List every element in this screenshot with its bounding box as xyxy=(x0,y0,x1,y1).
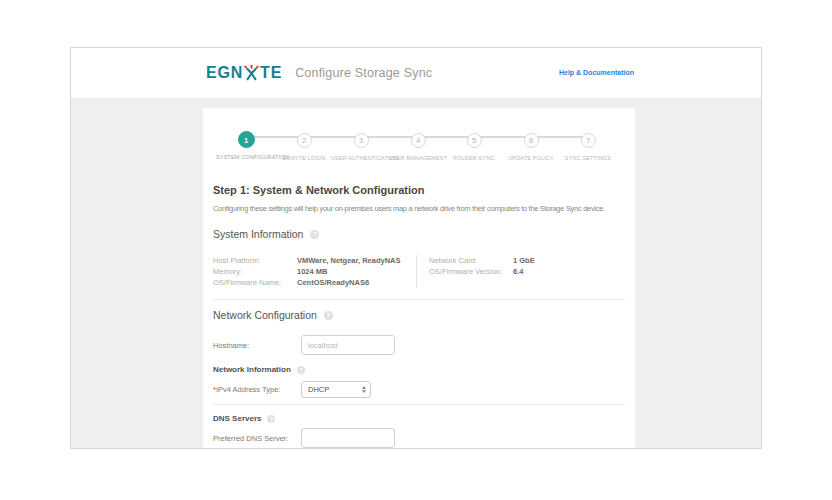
info-value: 6.4 xyxy=(513,266,523,277)
step-7-circle[interactable]: 7 xyxy=(581,133,596,148)
info-value: CentOS/ReadyNAS6 xyxy=(297,277,369,288)
system-information-grid: Host Platform: VMWare, Netgear, ReadyNAS… xyxy=(213,255,625,288)
ipv4-address-type-row: *IPv4 Address Type: DHCP xyxy=(213,381,371,398)
step-heading: Step 1: System & Network Configuration xyxy=(213,184,424,196)
preferred-dns-label: Preferred DNS Server: xyxy=(213,434,301,443)
info-row-network-card: Network Card: 1 GbE xyxy=(429,255,625,266)
info-row-memory: Memory: 1024 MB xyxy=(213,266,416,277)
hostname-row: Hostname: xyxy=(213,335,395,355)
wizard-stepper: 1 SYSTEM CONFIGURATION 2 EGNYTE LOGIN 3 … xyxy=(203,129,635,171)
step-description: Configuring these settings will help you… xyxy=(213,204,605,213)
step-7-label: SYNC SETTINGS xyxy=(558,155,618,161)
network-information-heading: Network Information xyxy=(213,365,305,374)
step-2-egnyte-login: 2 EGNYTE LOGIN xyxy=(274,129,334,161)
egnyte-logo-text-left: EGN xyxy=(206,64,243,82)
step-5-folder-sync: 5 FOLDER SYNC xyxy=(444,129,504,161)
system-information-heading: System Information xyxy=(213,228,319,240)
step-6-update-policy: 6 UPDATE POLICY xyxy=(501,129,561,161)
info-value: VMWare, Netgear, ReadyNAS xyxy=(297,255,401,266)
info-label: Network Card: xyxy=(429,255,513,266)
select-stepper-icon xyxy=(362,386,366,394)
system-info-left-column: Host Platform: VMWare, Netgear, ReadyNAS… xyxy=(213,255,416,288)
step-6-label: UPDATE POLICY xyxy=(501,155,561,161)
info-label: OS/Firmware Version: xyxy=(429,266,513,277)
card-header: EGN TE Configure Storage Sync Help & Doc… xyxy=(71,48,761,98)
ipv4-selected-value: DHCP xyxy=(308,385,329,394)
content-panel: 1 SYSTEM CONFIGURATION 2 EGNYTE LOGIN 3 … xyxy=(203,108,635,448)
step-5-circle[interactable]: 5 xyxy=(467,133,482,148)
info-label: Host Platform: xyxy=(213,255,297,266)
info-value: 1024 MB xyxy=(297,266,327,277)
network-configuration-heading: Network Configuration xyxy=(213,309,333,321)
step-3-user-authentication: 3 USER AUTHENTICATION xyxy=(331,129,391,161)
step-2-label: EGNYTE LOGIN xyxy=(274,155,334,161)
network-information-help-icon[interactable] xyxy=(297,366,305,374)
info-label: Memory: xyxy=(213,266,297,277)
egnyte-logo-text-right: TE xyxy=(260,64,282,82)
step-7-sync-settings: 7 SYNC SETTINGS xyxy=(558,129,618,161)
step-3-label: USER AUTHENTICATION xyxy=(331,155,391,161)
help-documentation-link[interactable]: Help & Documentation xyxy=(559,69,634,76)
step-1-circle[interactable]: 1 xyxy=(238,131,255,148)
network-configuration-heading-text: Network Configuration xyxy=(213,309,317,321)
info-value: 1 GbE xyxy=(513,255,535,266)
hostname-input[interactable] xyxy=(301,335,395,355)
info-label: OS/Firmware Name: xyxy=(213,277,297,288)
info-row-os-firmware-name: OS/Firmware Name: CentOS/ReadyNAS6 xyxy=(213,277,416,288)
header-brand: EGN TE Configure Storage Sync xyxy=(206,48,432,98)
system-info-right-column: Network Card: 1 GbE OS/Firmware Version:… xyxy=(416,255,625,288)
ipv4-address-type-label: *IPv4 Address Type: xyxy=(213,385,301,394)
system-information-help-icon[interactable] xyxy=(310,230,319,239)
network-information-heading-text: Network Information xyxy=(213,365,291,374)
info-row-os-firmware-version: OS/Firmware Version: 6.4 xyxy=(429,266,625,277)
system-information-heading-text: System Information xyxy=(213,228,303,240)
hostname-label: Hostname: xyxy=(213,341,301,350)
card-body: 1 SYSTEM CONFIGURATION 2 EGNYTE LOGIN 3 … xyxy=(71,98,761,448)
step-2-circle[interactable]: 2 xyxy=(297,133,312,148)
ipv4-address-type-label-text: IPv4 Address Type: xyxy=(216,385,280,394)
info-row-host-platform: Host Platform: VMWare, Netgear, ReadyNAS xyxy=(213,255,416,266)
dns-servers-help-icon[interactable] xyxy=(267,415,275,423)
step-4-user-management: 4 USER MANAGEMENT xyxy=(388,129,448,161)
step-4-circle[interactable]: 4 xyxy=(411,133,426,148)
preferred-dns-input[interactable] xyxy=(301,428,395,448)
step-1-label: SYSTEM CONFIGURATION xyxy=(216,154,276,160)
dns-servers-heading: DNS Servers xyxy=(213,414,275,423)
section-divider xyxy=(213,404,625,405)
step-5-label: FOLDER SYNC xyxy=(444,155,504,161)
network-configuration-help-icon[interactable] xyxy=(324,311,333,320)
ipv4-address-type-select[interactable]: DHCP xyxy=(301,381,371,398)
step-1-system-configuration: 1 SYSTEM CONFIGURATION xyxy=(216,129,276,160)
step-4-label: USER MANAGEMENT xyxy=(388,155,448,161)
section-divider xyxy=(213,299,625,300)
egnyte-logo-y-icon xyxy=(244,64,259,81)
dns-servers-heading-text: DNS Servers xyxy=(213,414,261,423)
preferred-dns-row: Preferred DNS Server: xyxy=(213,428,395,448)
step-6-circle[interactable]: 6 xyxy=(524,133,539,148)
page-title: Configure Storage Sync xyxy=(295,66,432,80)
setup-wizard-card: EGN TE Configure Storage Sync Help & Doc… xyxy=(70,47,762,449)
step-3-circle[interactable]: 3 xyxy=(354,133,369,148)
